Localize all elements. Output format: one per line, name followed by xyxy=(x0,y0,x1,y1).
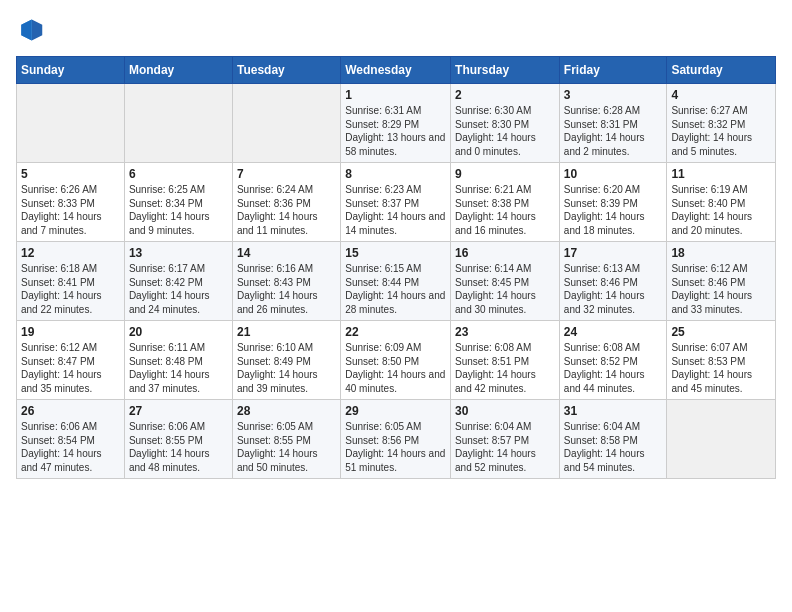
day-number: 2 xyxy=(455,88,555,102)
calendar-cell: 24Sunrise: 6:08 AM Sunset: 8:52 PM Dayli… xyxy=(559,321,667,400)
calendar-cell: 27Sunrise: 6:06 AM Sunset: 8:55 PM Dayli… xyxy=(124,400,232,479)
day-number: 15 xyxy=(345,246,446,260)
calendar-cell: 18Sunrise: 6:12 AM Sunset: 8:46 PM Dayli… xyxy=(667,242,776,321)
header-wednesday: Wednesday xyxy=(341,57,451,84)
day-number: 3 xyxy=(564,88,663,102)
day-number: 1 xyxy=(345,88,446,102)
header-sunday: Sunday xyxy=(17,57,125,84)
calendar-cell xyxy=(124,84,232,163)
day-info: Sunrise: 6:28 AM Sunset: 8:31 PM Dayligh… xyxy=(564,104,663,158)
day-info: Sunrise: 6:27 AM Sunset: 8:32 PM Dayligh… xyxy=(671,104,771,158)
day-info: Sunrise: 6:08 AM Sunset: 8:52 PM Dayligh… xyxy=(564,341,663,395)
calendar-table: SundayMondayTuesdayWednesdayThursdayFrid… xyxy=(16,56,776,479)
day-info: Sunrise: 6:09 AM Sunset: 8:50 PM Dayligh… xyxy=(345,341,446,395)
day-info: Sunrise: 6:04 AM Sunset: 8:57 PM Dayligh… xyxy=(455,420,555,474)
day-number: 5 xyxy=(21,167,120,181)
calendar-cell: 2Sunrise: 6:30 AM Sunset: 8:30 PM Daylig… xyxy=(451,84,560,163)
calendar-cell: 12Sunrise: 6:18 AM Sunset: 8:41 PM Dayli… xyxy=(17,242,125,321)
calendar-cell: 16Sunrise: 6:14 AM Sunset: 8:45 PM Dayli… xyxy=(451,242,560,321)
day-info: Sunrise: 6:30 AM Sunset: 8:30 PM Dayligh… xyxy=(455,104,555,158)
calendar-cell: 17Sunrise: 6:13 AM Sunset: 8:46 PM Dayli… xyxy=(559,242,667,321)
header-thursday: Thursday xyxy=(451,57,560,84)
day-number: 10 xyxy=(564,167,663,181)
calendar-week-row: 5Sunrise: 6:26 AM Sunset: 8:33 PM Daylig… xyxy=(17,163,776,242)
day-info: Sunrise: 6:21 AM Sunset: 8:38 PM Dayligh… xyxy=(455,183,555,237)
day-info: Sunrise: 6:08 AM Sunset: 8:51 PM Dayligh… xyxy=(455,341,555,395)
calendar-cell: 15Sunrise: 6:15 AM Sunset: 8:44 PM Dayli… xyxy=(341,242,451,321)
calendar-cell: 31Sunrise: 6:04 AM Sunset: 8:58 PM Dayli… xyxy=(559,400,667,479)
calendar-cell: 3Sunrise: 6:28 AM Sunset: 8:31 PM Daylig… xyxy=(559,84,667,163)
calendar-week-row: 1Sunrise: 6:31 AM Sunset: 8:29 PM Daylig… xyxy=(17,84,776,163)
day-number: 24 xyxy=(564,325,663,339)
day-number: 22 xyxy=(345,325,446,339)
day-info: Sunrise: 6:06 AM Sunset: 8:55 PM Dayligh… xyxy=(129,420,228,474)
calendar-week-row: 19Sunrise: 6:12 AM Sunset: 8:47 PM Dayli… xyxy=(17,321,776,400)
calendar-header-row: SundayMondayTuesdayWednesdayThursdayFrid… xyxy=(17,57,776,84)
day-number: 9 xyxy=(455,167,555,181)
day-number: 20 xyxy=(129,325,228,339)
calendar-cell: 7Sunrise: 6:24 AM Sunset: 8:36 PM Daylig… xyxy=(232,163,340,242)
logo xyxy=(16,16,48,44)
day-number: 8 xyxy=(345,167,446,181)
day-number: 18 xyxy=(671,246,771,260)
calendar-cell: 26Sunrise: 6:06 AM Sunset: 8:54 PM Dayli… xyxy=(17,400,125,479)
header-tuesday: Tuesday xyxy=(232,57,340,84)
day-info: Sunrise: 6:14 AM Sunset: 8:45 PM Dayligh… xyxy=(455,262,555,316)
day-info: Sunrise: 6:17 AM Sunset: 8:42 PM Dayligh… xyxy=(129,262,228,316)
day-number: 16 xyxy=(455,246,555,260)
calendar-cell: 22Sunrise: 6:09 AM Sunset: 8:50 PM Dayli… xyxy=(341,321,451,400)
day-number: 31 xyxy=(564,404,663,418)
calendar-cell: 25Sunrise: 6:07 AM Sunset: 8:53 PM Dayli… xyxy=(667,321,776,400)
header-saturday: Saturday xyxy=(667,57,776,84)
day-info: Sunrise: 6:12 AM Sunset: 8:47 PM Dayligh… xyxy=(21,341,120,395)
day-info: Sunrise: 6:05 AM Sunset: 8:55 PM Dayligh… xyxy=(237,420,336,474)
day-number: 12 xyxy=(21,246,120,260)
calendar-cell: 20Sunrise: 6:11 AM Sunset: 8:48 PM Dayli… xyxy=(124,321,232,400)
header-friday: Friday xyxy=(559,57,667,84)
calendar-cell: 6Sunrise: 6:25 AM Sunset: 8:34 PM Daylig… xyxy=(124,163,232,242)
calendar-cell: 1Sunrise: 6:31 AM Sunset: 8:29 PM Daylig… xyxy=(341,84,451,163)
day-info: Sunrise: 6:11 AM Sunset: 8:48 PM Dayligh… xyxy=(129,341,228,395)
header xyxy=(16,16,776,44)
day-info: Sunrise: 6:06 AM Sunset: 8:54 PM Dayligh… xyxy=(21,420,120,474)
calendar-cell: 29Sunrise: 6:05 AM Sunset: 8:56 PM Dayli… xyxy=(341,400,451,479)
day-info: Sunrise: 6:15 AM Sunset: 8:44 PM Dayligh… xyxy=(345,262,446,316)
calendar-cell: 30Sunrise: 6:04 AM Sunset: 8:57 PM Dayli… xyxy=(451,400,560,479)
calendar-cell: 14Sunrise: 6:16 AM Sunset: 8:43 PM Dayli… xyxy=(232,242,340,321)
day-info: Sunrise: 6:10 AM Sunset: 8:49 PM Dayligh… xyxy=(237,341,336,395)
day-info: Sunrise: 6:24 AM Sunset: 8:36 PM Dayligh… xyxy=(237,183,336,237)
day-info: Sunrise: 6:05 AM Sunset: 8:56 PM Dayligh… xyxy=(345,420,446,474)
day-number: 13 xyxy=(129,246,228,260)
day-number: 23 xyxy=(455,325,555,339)
day-number: 25 xyxy=(671,325,771,339)
day-number: 26 xyxy=(21,404,120,418)
calendar-cell: 5Sunrise: 6:26 AM Sunset: 8:33 PM Daylig… xyxy=(17,163,125,242)
calendar-week-row: 26Sunrise: 6:06 AM Sunset: 8:54 PM Dayli… xyxy=(17,400,776,479)
day-number: 4 xyxy=(671,88,771,102)
day-number: 27 xyxy=(129,404,228,418)
day-number: 21 xyxy=(237,325,336,339)
logo-icon xyxy=(16,16,44,44)
day-info: Sunrise: 6:20 AM Sunset: 8:39 PM Dayligh… xyxy=(564,183,663,237)
calendar-cell: 21Sunrise: 6:10 AM Sunset: 8:49 PM Dayli… xyxy=(232,321,340,400)
day-number: 17 xyxy=(564,246,663,260)
calendar-cell: 19Sunrise: 6:12 AM Sunset: 8:47 PM Dayli… xyxy=(17,321,125,400)
day-number: 30 xyxy=(455,404,555,418)
calendar-cell xyxy=(667,400,776,479)
calendar-cell: 4Sunrise: 6:27 AM Sunset: 8:32 PM Daylig… xyxy=(667,84,776,163)
calendar-cell xyxy=(17,84,125,163)
day-info: Sunrise: 6:07 AM Sunset: 8:53 PM Dayligh… xyxy=(671,341,771,395)
day-info: Sunrise: 6:13 AM Sunset: 8:46 PM Dayligh… xyxy=(564,262,663,316)
day-info: Sunrise: 6:19 AM Sunset: 8:40 PM Dayligh… xyxy=(671,183,771,237)
day-info: Sunrise: 6:16 AM Sunset: 8:43 PM Dayligh… xyxy=(237,262,336,316)
calendar-cell: 10Sunrise: 6:20 AM Sunset: 8:39 PM Dayli… xyxy=(559,163,667,242)
day-info: Sunrise: 6:18 AM Sunset: 8:41 PM Dayligh… xyxy=(21,262,120,316)
calendar-cell: 9Sunrise: 6:21 AM Sunset: 8:38 PM Daylig… xyxy=(451,163,560,242)
day-info: Sunrise: 6:25 AM Sunset: 8:34 PM Dayligh… xyxy=(129,183,228,237)
calendar-cell: 11Sunrise: 6:19 AM Sunset: 8:40 PM Dayli… xyxy=(667,163,776,242)
day-number: 11 xyxy=(671,167,771,181)
day-number: 19 xyxy=(21,325,120,339)
day-number: 7 xyxy=(237,167,336,181)
day-number: 14 xyxy=(237,246,336,260)
day-info: Sunrise: 6:26 AM Sunset: 8:33 PM Dayligh… xyxy=(21,183,120,237)
